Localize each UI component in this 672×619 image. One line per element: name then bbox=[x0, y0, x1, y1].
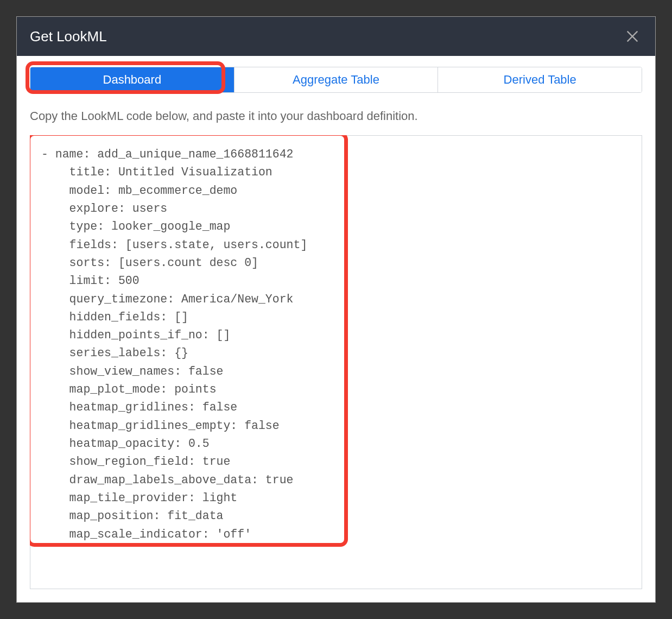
tab-derived-table[interactable]: Derived Table bbox=[438, 67, 642, 92]
tabs: Dashboard Aggregate Table Derived Table bbox=[30, 67, 642, 93]
close-button[interactable] bbox=[623, 27, 642, 46]
tab-aggregate-table[interactable]: Aggregate Table bbox=[234, 67, 439, 92]
modal-title: Get LookML bbox=[30, 28, 107, 45]
code-area-wrapper bbox=[30, 135, 642, 589]
get-lookml-modal: Get LookML Dashboard Aggregate Table Der… bbox=[16, 16, 656, 603]
instruction-text: Copy the LookML code below, and paste it… bbox=[30, 109, 642, 123]
close-icon bbox=[625, 29, 640, 44]
modal-body: Dashboard Aggregate Table Derived Table … bbox=[17, 56, 655, 602]
lookml-code-textarea[interactable] bbox=[30, 135, 642, 589]
tab-dashboard[interactable]: Dashboard bbox=[30, 67, 234, 92]
modal-header: Get LookML bbox=[17, 17, 655, 56]
tabs-container: Dashboard Aggregate Table Derived Table bbox=[30, 67, 642, 93]
